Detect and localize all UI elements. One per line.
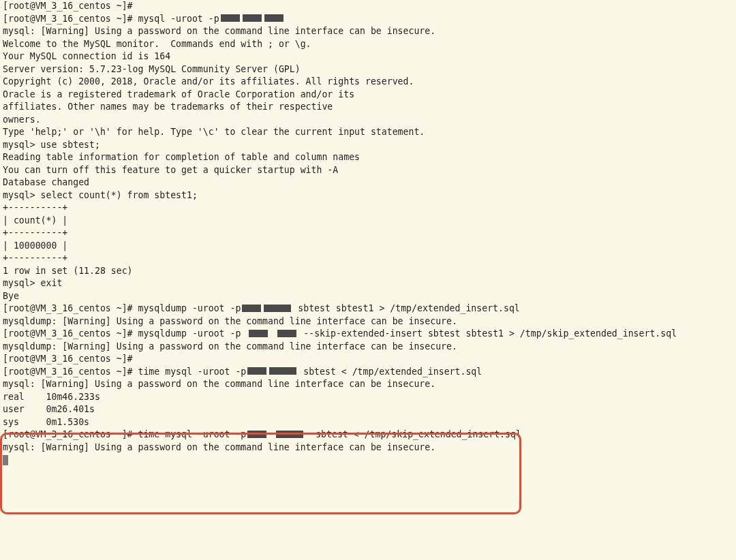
redacted-password — [269, 367, 296, 375]
terminal-line: [root@VM_3_16_centos ~]# — [3, 353, 733, 366]
terminal-line: [root@VM_3_16_centos ~]# — [3, 0, 733, 13]
terminal-line: [root@VM_3_16_centos ~]# mysqldump -uroo… — [3, 328, 733, 341]
cmd-text: sbtest < /tmp/extended_insert.sql — [298, 367, 482, 377]
terminal-line: owners. — [3, 114, 733, 127]
terminal-line: Copyright (c) 2000, 2018, Oracle and/or … — [3, 76, 733, 89]
cmd-text: [root@VM_3_16_centos ~]# time mysql -uro… — [3, 429, 246, 439]
terminal-line: mysql> use sbtest; — [3, 139, 733, 152]
redacted-password — [242, 305, 261, 312]
terminal-line: mysql> select count(*) from sbtest1; — [3, 189, 733, 202]
terminal-line: +----------+ — [3, 252, 733, 265]
cmd-text: sbtest sbtest1 > /tmp/extended_insert.sq… — [292, 303, 519, 313]
cmd-text: [root@VM_3_16_centos ~]# time mysql -uro… — [3, 367, 246, 377]
redacted-password — [249, 330, 268, 337]
terminal-line: mysql: [Warning] Using a password on the… — [3, 441, 733, 454]
terminal-line: mysql: [Warning] Using a password on the… — [3, 378, 733, 391]
terminal-line: Database changed — [3, 176, 733, 189]
terminal-line: user 0m26.401s — [3, 403, 733, 416]
terminal-line: [root@VM_3_16_centos ~]# mysql -uroot -p — [3, 13, 733, 26]
cmd-text: --skip-extended-insert sbtest sbtest1 > … — [298, 328, 677, 339]
redacted-password — [264, 14, 283, 22]
terminal-line: | 10000000 | — [3, 240, 733, 253]
redacted-password — [221, 14, 240, 22]
terminal-output[interactable]: [root@VM_3_16_centos ~]# [root@VM_3_16_c… — [3, 0, 733, 467]
terminal-line: affiliates. Other names may be trademark… — [3, 101, 733, 114]
cmd-text: sbtest < /tmp/skip_extended_insert.sql — [305, 429, 521, 439]
redacted-password — [277, 330, 296, 337]
terminal-line: [root@VM_3_16_centos ~]# time mysql -uro… — [3, 366, 733, 379]
terminal-line: You can turn off this feature to get a q… — [3, 164, 733, 177]
redacted-password — [247, 431, 266, 438]
terminal-line: +----------+ — [3, 202, 733, 215]
redacted-password — [276, 431, 303, 438]
terminal-line: Reading table information for completion… — [3, 151, 733, 164]
terminal-line: Type 'help;' or '\h' for help. Type '\c'… — [3, 126, 733, 139]
cursor-block — [3, 455, 8, 465]
terminal-line: real 10m46.233s — [3, 391, 733, 404]
terminal-line: mysql> exit — [3, 277, 733, 290]
terminal-line: mysql: [Warning] Using a password on the… — [3, 25, 733, 38]
terminal-line: +----------+ — [3, 227, 733, 240]
terminal-line: [root@VM_3_16_centos ~]# mysqldump -uroo… — [3, 302, 733, 315]
terminal-line: mysqldump: [Warning] Using a password on… — [3, 315, 733, 328]
redacted-password — [243, 14, 262, 22]
terminal-line: Oracle is a registered trademark of Orac… — [3, 89, 733, 102]
terminal-line: sys 0m1.530s — [3, 416, 733, 429]
terminal-line — [3, 454, 733, 467]
terminal-line: [root@VM_3_16_centos ~]# time mysql -uro… — [3, 429, 733, 441]
terminal-line: Server version: 5.7.23-log MySQL Communi… — [3, 63, 733, 76]
terminal-line: Your MySQL connection id is 164 — [3, 50, 733, 63]
terminal-line: 1 row in set (11.28 sec) — [3, 265, 733, 278]
terminal-line: mysqldump: [Warning] Using a password on… — [3, 341, 733, 354]
cmd-text: [root@VM_3_16_centos ~]# mysqldump -uroo… — [3, 303, 241, 313]
redacted-password — [247, 367, 266, 375]
terminal-line: | count(*) | — [3, 215, 733, 228]
cmd-text: [root@VM_3_16_centos ~]# mysqldump -uroo… — [3, 328, 241, 339]
terminal-line: Bye — [3, 290, 733, 303]
cmd-text: [root@VM_3_16_centos ~]# mysql -uroot -p — [3, 14, 219, 24]
redacted-password — [264, 305, 291, 312]
terminal-line: Welcome to the MySQL monitor. Commands e… — [3, 38, 733, 51]
